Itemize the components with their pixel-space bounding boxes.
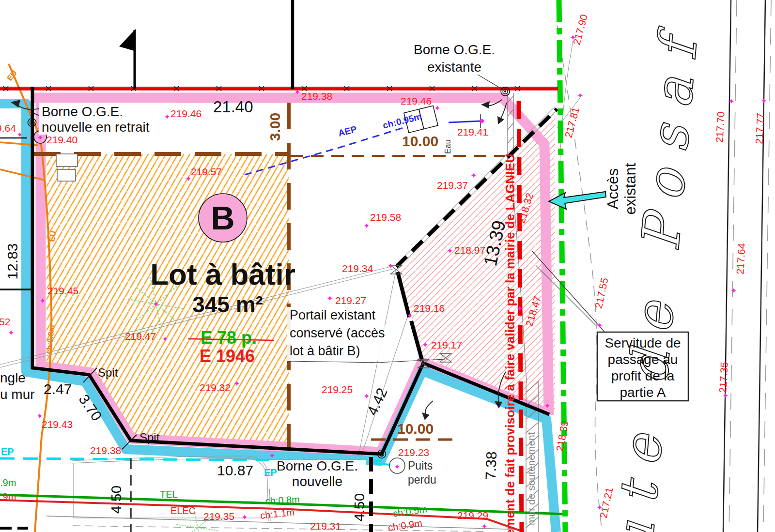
elevation-label: 219.34 [342, 263, 373, 274]
survey-point-icon: ✦ [269, 451, 275, 460]
spit-label-2: Spit [140, 431, 160, 444]
elevation-label: 217.35 [717, 362, 729, 393]
measure-offset-v: 3.00 [267, 113, 283, 141]
survey-point-icon: ✦ [760, 96, 767, 106]
elevation-label: 217.64 [734, 243, 747, 275]
lot-area: 345 m² [192, 292, 263, 317]
survey-point-icon: ✦ [37, 133, 43, 142]
ep-label-left: EP [1, 446, 14, 457]
elevation-label: 9.64 [0, 122, 16, 134]
elevation-label: 219.58 [370, 212, 401, 223]
depth-frag-red: .9m [0, 491, 16, 502]
elevation-label: 219.38 [90, 445, 121, 456]
survey-point-icon: ✦ [481, 522, 487, 531]
cadastral-plan: ute de Posaf B Lot à bâtir 345 m² E 78 p… [0, 0, 775, 532]
measure-right: 7.38 [482, 451, 499, 480]
survey-point-icon: ✦ [406, 311, 413, 320]
elevation-label: 219.31 [310, 520, 341, 532]
depth-frag-green: .9m [0, 477, 16, 488]
elevation-label: 218.97 [454, 244, 485, 256]
elevation-label: 217.70 [713, 111, 726, 143]
survey-point-icon: ✦ [326, 294, 333, 303]
alignement-note: ement de fait provisoire à faire valider… [503, 154, 517, 532]
measure-bottom: 10.87 [217, 462, 253, 478]
elevation-label: 219.40 [46, 134, 78, 145]
servitude-line4: partie A [620, 385, 666, 400]
survey-point-icon: ✦ [728, 97, 734, 106]
elevation-label: 219.27 [335, 295, 366, 306]
survey-point-icon: ✦ [596, 321, 603, 330]
wall-text-frag2: u mur [0, 387, 35, 402]
survey-point-icon: ✦ [722, 391, 728, 400]
survey-point-icon: ✦ [36, 411, 43, 421]
survey-point-icon: ✦ [294, 88, 300, 97]
servitude-line3: profit de la [611, 368, 675, 383]
measure-dash-a: 4.50 [108, 486, 124, 514]
survey-point-icon: ✦ [730, 286, 737, 295]
survey-point-icon: ✦ [241, 513, 248, 522]
servitude-line2: passage au [608, 352, 678, 367]
survey-point-icon: ✦ [570, 33, 576, 42]
elevation-label: 219.32 [200, 382, 231, 393]
elevation-label: 219.46 [401, 95, 432, 106]
survey-point-icon: ✦ [162, 334, 168, 344]
portail-line3: lot à bâtir B) [290, 344, 360, 358]
elevation-label: 52 [0, 316, 10, 327]
elec-label: ELEC [170, 505, 196, 516]
measure-step: 2.47 [44, 381, 72, 397]
survey-point-icon: ✦ [363, 392, 370, 401]
elevation-label: 219.23 [398, 447, 429, 458]
survey-point-icon: ✦ [577, 91, 583, 100]
measure-left: 12.83 [4, 243, 20, 279]
survey-point-icon: ✦ [516, 304, 523, 313]
survey-point-icon: ✦ [164, 112, 170, 122]
puits-line1: Puits [408, 459, 433, 472]
measure-top: 21.40 [213, 98, 253, 116]
survey-point-icon: ✦ [8, 328, 14, 337]
survey-point-icon: ✦ [363, 221, 370, 230]
survey-point-icon: ✦ [394, 462, 400, 471]
elevation-label: 219.45 [47, 285, 78, 296]
survey-point-icon: ✦ [185, 174, 191, 183]
borne-existante-line2: existante [427, 60, 481, 75]
puits-line2: perdu [408, 473, 436, 486]
parcel-ref-red: E 1946 [200, 346, 255, 366]
lot-title: Lot à bâtir [150, 258, 295, 291]
measure-offset-top: 10.00 [402, 133, 438, 149]
borne-retrait-line1: Borne O.G.E. [42, 104, 123, 119]
survey-point-icon: ✦ [39, 296, 46, 305]
survey-point-icon: ✦ [422, 340, 428, 350]
elevation-label: 219.46 [170, 108, 202, 119]
elevation-label: 219.25 [322, 384, 353, 395]
survey-point-icon: ✦ [596, 503, 603, 512]
acces-line1: Accès [604, 168, 621, 209]
borne-existante-line1: Borne O.G.E. [414, 42, 495, 57]
portail-line1: Portail existant [290, 308, 376, 322]
ep-label-mid: EP [264, 467, 277, 478]
elevation-label: 219.37 [437, 180, 468, 191]
elevation-label: 217.77 [753, 113, 766, 144]
spit-label-1: Spit [98, 366, 118, 379]
eau-label: Eau [443, 139, 452, 154]
borne-retrait-line2: nouvelle en retrait [42, 120, 150, 135]
lot-letter: B [211, 199, 234, 236]
aep-end-point [480, 119, 484, 123]
survey-point-icon: ✦ [470, 171, 477, 180]
survey-point-icon: ✦ [16, 130, 23, 139]
elevation-label: 219.43 [42, 419, 73, 430]
servitude-line1: Servitude de [604, 335, 681, 350]
elevation-label: 219.29 [457, 510, 488, 521]
elevation-label: 219.35 [203, 511, 234, 522]
wall-text-frag1: ngle [0, 370, 26, 385]
elevation-label: 219.16 [414, 303, 445, 314]
survey-point-icon: ✦ [544, 401, 550, 410]
structure-outline-a [56, 154, 78, 167]
portail-line2: conservé (accès [290, 326, 385, 340]
tel-label: TEL [160, 489, 178, 500]
survey-point-icon: ✦ [387, 261, 393, 271]
mur-soutenement-label: mur de soutènement [526, 432, 537, 525]
parcel-ref-green: E 78 p. [201, 328, 257, 348]
survey-point-icon: ✦ [233, 379, 240, 388]
acces-line2: existant [622, 163, 639, 214]
structure-outline-b [57, 169, 76, 181]
